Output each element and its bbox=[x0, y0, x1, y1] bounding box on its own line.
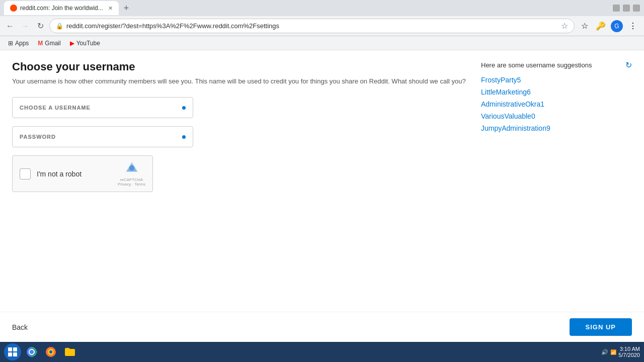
username-field[interactable]: CHOOSE A USERNAME bbox=[12, 97, 193, 118]
svg-point-0 bbox=[129, 165, 134, 171]
apps-grid-icon: ⊞ bbox=[8, 40, 13, 47]
window-controls bbox=[613, 5, 640, 12]
key-button[interactable]: 🔑 bbox=[594, 19, 608, 33]
star-button[interactable]: ☆ bbox=[578, 19, 592, 33]
browser-chrome: reddit.com: Join the worldwid... ✕ + ← →… bbox=[0, 0, 644, 50]
profile-button[interactable]: G bbox=[610, 19, 624, 33]
volume-icon[interactable]: 🔊 bbox=[601, 349, 608, 355]
suggestions-title: Here are some username suggestions bbox=[481, 61, 592, 69]
youtube-icon: ▶ bbox=[70, 40, 74, 47]
captcha-privacy-links: Privacy - Terms bbox=[118, 182, 145, 187]
password-field[interactable]: PASSWORD bbox=[12, 126, 193, 147]
windows-logo-icon bbox=[8, 347, 17, 356]
registration-form: CHOOSE A USERNAME PASSWORD I'm not a rob… bbox=[12, 97, 193, 192]
nav-bar: ← → ↻ 🔒 reddit.com/register/?dest=https%… bbox=[0, 16, 644, 36]
bookmark-apps[interactable]: ⊞ Apps bbox=[4, 39, 33, 48]
nav-right-icons: ☆ 🔑 G ⋮ bbox=[578, 19, 640, 33]
tab-close-icon[interactable]: ✕ bbox=[108, 5, 113, 12]
reload-icon[interactable]: ↻ bbox=[34, 20, 46, 32]
clock-date: 5/7/2020 bbox=[618, 352, 640, 358]
minimize-icon[interactable] bbox=[613, 5, 620, 12]
taskbar: 🔊 📶 3:10 AM 5/7/2020 bbox=[0, 342, 644, 362]
url-text: reddit.com/register/?dest=https%3A%2F%2F… bbox=[66, 22, 558, 30]
suggestion-item-2[interactable]: AdministrativeOkra1 bbox=[481, 100, 632, 108]
captcha-label: I'm not a robot bbox=[37, 170, 112, 178]
tab-favicon bbox=[10, 5, 17, 12]
svg-point-3 bbox=[30, 350, 34, 354]
title-bar: reddit.com: Join the worldwid... ✕ + bbox=[0, 0, 644, 16]
gmail-icon: M bbox=[38, 40, 43, 47]
avatar: G bbox=[611, 20, 623, 32]
password-input[interactable] bbox=[20, 134, 177, 140]
captcha-logo-area: reCAPTCHA Privacy - Terms bbox=[118, 161, 145, 187]
suggestions-panel: Here are some username suggestions ↻ Fro… bbox=[481, 60, 632, 136]
page-content: Choose your username Your username is ho… bbox=[0, 50, 644, 312]
back-button[interactable]: Back bbox=[12, 323, 28, 331]
username-required-dot bbox=[182, 106, 186, 110]
bookmark-gmail-label: Gmail bbox=[45, 40, 60, 47]
signup-button[interactable]: SIGN UP bbox=[570, 318, 632, 336]
forward-nav-icon[interactable]: → bbox=[19, 20, 31, 32]
network-icon[interactable]: 📶 bbox=[610, 349, 616, 355]
suggestion-item-4[interactable]: JumpyAdministration9 bbox=[481, 124, 632, 132]
suggestion-item-1[interactable]: LittleMarketing6 bbox=[481, 88, 632, 96]
close-icon[interactable] bbox=[633, 5, 640, 12]
clock: 3:10 AM 5/7/2020 bbox=[618, 346, 640, 358]
browser-tab[interactable]: reddit.com: Join the worldwid... ✕ bbox=[4, 1, 119, 15]
bookmark-apps-label: Apps bbox=[15, 40, 29, 47]
address-bar[interactable]: 🔒 reddit.com/register/?dest=https%3A%2F%… bbox=[49, 19, 575, 33]
menu-button[interactable]: ⋮ bbox=[626, 19, 640, 33]
clock-time: 3:10 AM bbox=[618, 346, 640, 352]
recaptcha-logo bbox=[125, 161, 139, 177]
taskbar-folder-icon[interactable] bbox=[61, 343, 78, 360]
terms-link[interactable]: Terms bbox=[134, 182, 145, 187]
bottom-bar: Back SIGN UP bbox=[0, 312, 644, 342]
menu-icon: ⋮ bbox=[629, 21, 637, 31]
suggestions-header: Here are some username suggestions ↻ bbox=[481, 60, 632, 70]
new-tab-button[interactable]: + bbox=[121, 2, 132, 15]
systray: 🔊 📶 bbox=[601, 349, 616, 355]
privacy-link[interactable]: Privacy bbox=[118, 182, 131, 187]
back-nav-icon[interactable]: ← bbox=[4, 20, 16, 32]
lock-icon: 🔒 bbox=[56, 23, 63, 30]
captcha-checkbox[interactable] bbox=[20, 168, 31, 179]
username-input[interactable] bbox=[20, 105, 177, 111]
star-icon: ☆ bbox=[581, 21, 588, 31]
start-button[interactable] bbox=[4, 343, 21, 360]
bookmark-gmail[interactable]: M Gmail bbox=[34, 39, 64, 48]
taskbar-chrome-icon[interactable] bbox=[23, 343, 40, 360]
taskbar-firefox-icon[interactable] bbox=[42, 343, 59, 360]
recaptcha-text: reCAPTCHA bbox=[120, 177, 143, 182]
suggestion-item-3[interactable]: VariousValuable0 bbox=[481, 112, 632, 120]
key-icon: 🔑 bbox=[596, 21, 606, 31]
bookmarks-bar: ⊞ Apps M Gmail ▶ YouTube bbox=[0, 36, 644, 50]
suggestion-item-0[interactable]: FrostyParty5 bbox=[481, 76, 632, 84]
bookmark-youtube[interactable]: ▶ YouTube bbox=[66, 39, 104, 48]
svg-point-6 bbox=[49, 350, 52, 353]
maximize-icon[interactable] bbox=[623, 5, 630, 12]
captcha-widget[interactable]: I'm not a robot reCAPTCHA Privacy - Term… bbox=[12, 155, 153, 192]
refresh-suggestions-icon[interactable]: ↻ bbox=[625, 60, 632, 70]
tab-title: reddit.com: Join the worldwid... bbox=[20, 5, 103, 12]
taskbar-right: 🔊 📶 3:10 AM 5/7/2020 bbox=[601, 346, 640, 358]
bookmark-youtube-label: YouTube bbox=[76, 40, 100, 47]
suggestions-list: FrostyParty5LittleMarketing6Administrati… bbox=[481, 76, 632, 132]
taskbar-left bbox=[4, 343, 78, 360]
title-bar-left: reddit.com: Join the worldwid... ✕ + bbox=[4, 1, 132, 15]
bookmark-icon[interactable]: ☆ bbox=[561, 21, 568, 31]
password-required-dot bbox=[182, 135, 186, 139]
